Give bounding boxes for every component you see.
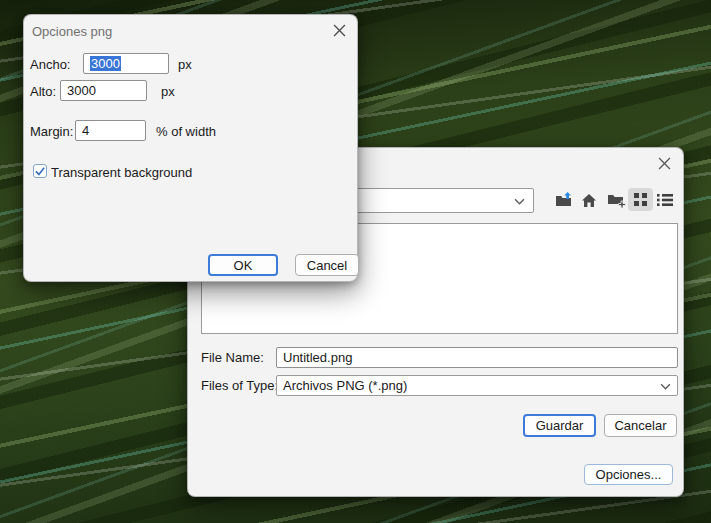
png-options-dialog: Opciones png Ancho: 3000 px Alto: 3000 p… [23,14,358,282]
height-label: Alto: [30,84,56,99]
files-of-type-value: Archivos PNG (*.png) [283,378,407,393]
chevron-down-icon [514,193,525,208]
margin-unit-label: % of width [156,124,216,139]
dialog-title: Opciones png [32,24,112,39]
close-icon [333,24,346,37]
chevron-down-icon [660,378,671,393]
up-folder-icon [555,192,573,208]
new-folder-icon [607,192,626,208]
height-value: 3000 [67,83,96,98]
margin-value: 4 [82,123,89,138]
file-name-value: Untitled.png [283,350,352,365]
cancel-save-button[interactable]: Cancelar [604,414,677,437]
desktop: File Name: Untitled.png Files of Type: A… [0,0,711,523]
save-button[interactable]: Guardar [523,414,596,437]
file-name-input[interactable]: Untitled.png [276,347,678,368]
files-of-type-combobox[interactable]: Archivos PNG (*.png) [276,375,678,396]
grid-view-icon [634,193,647,206]
home-icon [581,193,597,208]
width-value-selected: 3000 [90,56,121,71]
height-unit-label: px [161,84,175,99]
transparent-background-label: Transparent background [51,165,192,180]
new-folder-button[interactable] [606,191,626,209]
width-input[interactable]: 3000 [83,53,169,74]
list-view-icon [657,193,673,207]
save-dialog-close-button[interactable] [655,154,673,172]
margin-input[interactable]: 4 [75,120,146,141]
close-icon [658,157,671,170]
width-label: Ancho: [30,57,70,72]
home-button[interactable] [580,192,598,208]
margin-label: Margin: [30,124,73,139]
width-unit-label: px [178,57,192,72]
height-input[interactable]: 3000 [60,80,147,101]
options-button[interactable]: Opciones... [584,464,673,485]
up-folder-button[interactable] [554,191,574,209]
ok-button[interactable]: OK [208,254,278,276]
png-dialog-close-button[interactable] [330,21,348,39]
checkmark-icon [34,165,46,177]
list-view-button[interactable] [656,192,674,208]
transparent-background-checkbox[interactable] [33,164,47,178]
files-of-type-label: Files of Type: [201,378,278,393]
file-name-label: File Name: [201,350,264,365]
cancel-button[interactable]: Cancel [295,254,359,276]
grid-view-button[interactable] [628,188,653,211]
